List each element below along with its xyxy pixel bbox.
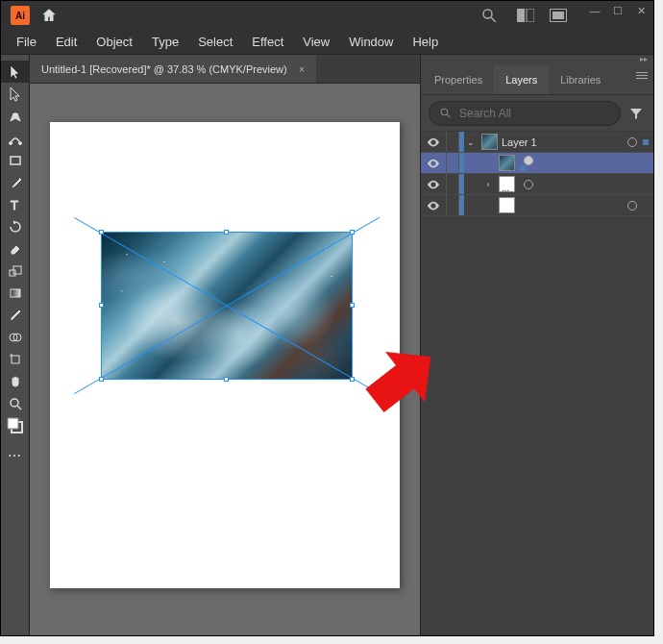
transform-handle-bl[interactable] xyxy=(99,377,104,382)
transform-handle-tr[interactable] xyxy=(350,230,355,235)
menu-effect[interactable]: Effect xyxy=(242,31,293,53)
close-document-icon[interactable]: × xyxy=(299,63,305,75)
svg-point-18 xyxy=(11,399,18,407)
panel-menu-icon[interactable] xyxy=(636,72,648,79)
svg-point-22 xyxy=(441,109,448,115)
document-tab-label: Untitled-1 [Recovered]* @ 37.83 % (CMYK/… xyxy=(41,63,287,75)
svg-point-6 xyxy=(10,141,12,144)
image-content xyxy=(102,233,352,379)
lock-column[interactable] xyxy=(446,153,459,173)
svg-rect-8 xyxy=(11,157,20,164)
layers-search-input[interactable] xyxy=(459,107,610,120)
close-button[interactable]: ✕ xyxy=(632,3,650,18)
workspace: T ⋯ Untitled-1 [Recovered]* @ 37.83 % (C… xyxy=(1,55,653,635)
eraser-tool[interactable] xyxy=(1,237,30,260)
type-tool[interactable]: T xyxy=(1,193,30,215)
panel-tabs: Properties Layers Libraries xyxy=(421,62,653,95)
visibility-toggle[interactable] xyxy=(421,199,446,212)
svg-rect-21 xyxy=(8,418,18,429)
layers-list: ⌄Layer 1› xyxy=(421,132,653,635)
rotate-tool[interactable] xyxy=(1,215,30,237)
home-icon[interactable] xyxy=(36,2,62,29)
minimize-button[interactable]: — xyxy=(586,3,603,18)
tab-properties[interactable]: Properties xyxy=(423,65,494,94)
tab-libraries[interactable]: Libraries xyxy=(549,65,612,94)
menu-object[interactable]: Object xyxy=(86,31,142,53)
panel-collapse-icon[interactable]: ▸▸ xyxy=(421,55,653,62)
transform-handle-ml[interactable] xyxy=(99,303,104,308)
search-icon[interactable] xyxy=(475,1,503,30)
maximize-button[interactable]: ☐ xyxy=(609,3,626,18)
layer-thumbnail xyxy=(499,176,515,192)
fill-stroke-swatch[interactable] xyxy=(1,414,30,436)
layer-row[interactable] xyxy=(421,195,653,216)
edit-toolbar-icon[interactable]: ⋯ xyxy=(1,444,30,466)
transform-handle-br[interactable] xyxy=(350,377,355,382)
menu-view[interactable]: View xyxy=(293,31,339,53)
pen-tool[interactable] xyxy=(1,105,30,127)
layer-row[interactable]: › xyxy=(421,174,653,195)
menu-select[interactable]: Select xyxy=(188,31,242,53)
target-icon[interactable] xyxy=(623,137,642,147)
svg-text:T: T xyxy=(11,198,18,211)
lock-column[interactable] xyxy=(446,174,459,194)
menu-file[interactable]: File xyxy=(7,31,46,53)
gradient-tool[interactable] xyxy=(1,282,30,304)
selection-tool[interactable] xyxy=(1,61,30,83)
transform-handle-bc[interactable] xyxy=(224,377,229,382)
transform-handle-tl[interactable] xyxy=(99,230,104,235)
lock-column[interactable] xyxy=(446,195,459,215)
paintbrush-tool[interactable] xyxy=(1,171,30,193)
layer-color-bar xyxy=(459,195,464,215)
lock-column[interactable] xyxy=(446,132,459,152)
menu-window[interactable]: Window xyxy=(339,31,403,53)
scale-tool[interactable] xyxy=(1,260,30,282)
selection-indicator xyxy=(519,165,530,171)
target-icon[interactable] xyxy=(519,156,538,165)
canvas-area: Untitled-1 [Recovered]* @ 37.83 % (CMYK/… xyxy=(30,55,420,635)
layer-thumbnail xyxy=(499,155,515,171)
layers-search-box[interactable] xyxy=(429,101,621,126)
tab-layers[interactable]: Layers xyxy=(494,65,549,94)
rectangle-tool[interactable] xyxy=(1,149,30,171)
chevron-right-icon[interactable]: › xyxy=(481,180,495,189)
hand-tool[interactable] xyxy=(1,370,30,392)
layer-row[interactable] xyxy=(421,153,653,174)
direct-selection-tool[interactable] xyxy=(1,83,30,105)
shape-builder-tool[interactable] xyxy=(1,326,30,348)
target-icon[interactable] xyxy=(519,180,538,189)
svg-point-7 xyxy=(19,141,22,144)
app-logo: Ai xyxy=(11,6,30,25)
menu-help[interactable]: Help xyxy=(403,31,448,53)
curvature-tool[interactable] xyxy=(1,127,30,149)
screen-mode-icon[interactable] xyxy=(544,2,573,29)
canvas-viewport[interactable] xyxy=(30,84,420,635)
svg-rect-12 xyxy=(11,289,20,297)
arrange-documents-icon[interactable] xyxy=(511,2,540,29)
target-icon[interactable] xyxy=(623,201,642,211)
visibility-toggle[interactable] xyxy=(421,157,446,170)
titlebar: Ai — ☐ ✕ xyxy=(1,1,653,30)
menubar: File Edit Object Type Select Effect View… xyxy=(1,30,653,55)
toolbar: T ⋯ xyxy=(1,55,30,635)
layer-name xyxy=(519,180,653,189)
artboard-tool[interactable] xyxy=(1,348,30,370)
eyedropper-tool[interactable] xyxy=(1,304,30,326)
transform-handle-mr[interactable] xyxy=(350,303,355,308)
svg-rect-10 xyxy=(10,270,15,276)
layer-row[interactable]: ⌄Layer 1 xyxy=(421,132,653,153)
zoom-tool[interactable] xyxy=(1,392,30,414)
visibility-toggle[interactable] xyxy=(421,136,446,149)
svg-rect-2 xyxy=(517,9,525,22)
visibility-toggle[interactable] xyxy=(421,178,446,191)
svg-line-19 xyxy=(17,406,21,409)
filter-icon[interactable] xyxy=(626,104,646,123)
menu-type[interactable]: Type xyxy=(142,31,188,53)
transform-handle-tc[interactable] xyxy=(224,230,229,235)
linked-image-object[interactable] xyxy=(101,232,353,380)
document-tab[interactable]: Untitled-1 [Recovered]* @ 37.83 % (CMYK/… xyxy=(30,55,316,83)
svg-rect-15 xyxy=(12,356,19,363)
layer-name: Layer 1 xyxy=(502,136,623,148)
chevron-down-icon[interactable]: ⌄ xyxy=(464,137,478,147)
menu-edit[interactable]: Edit xyxy=(46,31,86,53)
